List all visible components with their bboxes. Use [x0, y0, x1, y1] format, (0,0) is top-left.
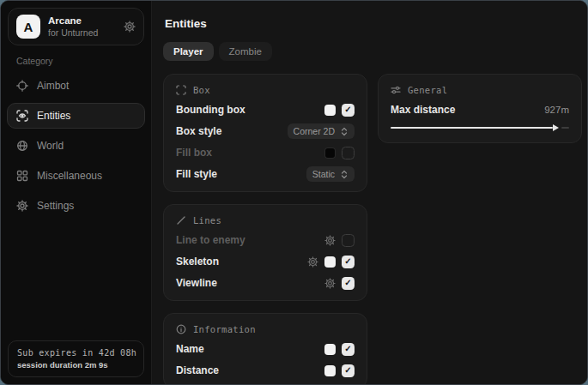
gear-icon[interactable]: [324, 235, 336, 246]
color-swatch[interactable]: [324, 365, 336, 376]
info-icon: [176, 324, 186, 334]
panel-general-header: General: [391, 85, 569, 95]
setting-label: Viewline: [176, 277, 217, 289]
panel-information: Information Name Distance: [163, 313, 367, 385]
sidebar-item-world[interactable]: World: [7, 133, 145, 159]
tab-bar: Player Zombie: [163, 42, 582, 61]
panel-lines: Lines Line to enemy: [163, 204, 367, 301]
brand-name: Arcane: [48, 15, 98, 27]
sidebar-item-aimbot[interactable]: Aimbot: [7, 73, 145, 99]
panel-box-header: Box: [176, 85, 355, 95]
sidebar-item-entities[interactable]: Entities: [7, 103, 145, 129]
session-duration-text: session duration 2m 9s: [17, 360, 135, 370]
setting-label: Skeleton: [176, 256, 219, 268]
tab-zombie[interactable]: Zombie: [219, 42, 272, 61]
grid-icon: [16, 170, 28, 182]
setting-label: Fill box: [176, 147, 212, 159]
setting-label: Fill style: [176, 168, 217, 180]
panel-title: General: [408, 85, 447, 95]
setting-label: Name: [176, 343, 204, 355]
sidebar-item-settings[interactable]: Settings: [7, 193, 145, 219]
sidebar: A Arcane for Unturned Category A: [1, 1, 152, 384]
color-swatch[interactable]: [324, 344, 336, 355]
gear-icon[interactable]: [124, 21, 136, 33]
gear-icon: [16, 200, 28, 212]
max-distance-value: 927m: [544, 105, 569, 115]
brand-card: A Arcane for Unturned: [8, 8, 144, 45]
chevrons-up-down-icon: [340, 170, 349, 179]
setting-label: Box style: [176, 125, 221, 137]
distance-checkbox[interactable]: [342, 364, 355, 377]
setting-label: Bounding box: [176, 104, 246, 116]
setting-row-fill-style: Fill style Static: [176, 167, 355, 181]
slider-fill: [391, 127, 553, 129]
globe-icon: [16, 140, 28, 152]
line-to-enemy-checkbox[interactable]: [342, 234, 355, 247]
setting-row-name: Name: [176, 342, 355, 356]
brand-text: Arcane for Unturned: [48, 15, 98, 39]
app-window: A Arcane for Unturned Category A: [0, 0, 588, 385]
setting-row-bounding-box: Bounding box: [176, 103, 355, 117]
slider-thumb-arrow[interactable]: [553, 124, 559, 131]
sub-expires-text: Sub expires in 42d 08h: [17, 348, 135, 358]
scan-eye-icon: [16, 110, 28, 122]
bounding-box-checkbox[interactable]: [342, 104, 355, 117]
panel-title: Information: [193, 324, 256, 334]
color-swatch[interactable]: [324, 256, 336, 268]
color-swatch[interactable]: [324, 105, 336, 116]
tab-player[interactable]: Player: [163, 42, 214, 61]
panel-title: Box: [193, 85, 210, 95]
gear-icon[interactable]: [307, 256, 318, 268]
setting-row-line-to-enemy: Line to enemy: [176, 233, 355, 247]
chevrons-up-down-icon: [340, 127, 349, 136]
setting-row-distance: Distance: [176, 364, 355, 377]
brand-subtitle: for Unturned: [48, 27, 98, 39]
fill-style-dropdown[interactable]: Static: [306, 166, 355, 182]
sidebar-item-label: World: [37, 140, 64, 152]
setting-row-box-style: Box style Corner 2D: [176, 124, 355, 138]
dropdown-value: Static: [312, 169, 335, 179]
panel-title: Lines: [193, 215, 221, 226]
fill-box-checkbox[interactable]: [342, 147, 355, 159]
sidebar-item-miscellaneous[interactable]: Miscellaneous: [7, 163, 145, 189]
tab-label: Player: [173, 46, 203, 57]
color-swatch[interactable]: [324, 147, 336, 159]
sidebar-item-label: Aimbot: [37, 80, 69, 92]
diagonal-line-icon: [176, 215, 186, 226]
scan-brackets-icon: [176, 85, 186, 95]
setting-row-viewline: Viewline: [176, 276, 355, 290]
category-label: Category: [16, 56, 151, 66]
tab-label: Zombie: [229, 46, 262, 57]
sidebar-item-label: Settings: [37, 200, 74, 212]
slider-track-rest: [561, 127, 569, 129]
sidebar-item-label: Miscellaneous: [37, 170, 102, 182]
sidebar-item-label: Entities: [37, 110, 70, 122]
gear-icon[interactable]: [324, 278, 336, 289]
brand-logo: A: [16, 15, 40, 39]
box-style-dropdown[interactable]: Corner 2D: [288, 123, 355, 139]
sidebar-nav: Aimbot Entities World: [1, 71, 151, 220]
setting-row-max-distance: Max distance 927m: [391, 103, 569, 117]
setting-label: Line to enemy: [176, 234, 246, 246]
sliders-icon: [391, 85, 401, 95]
max-distance-slider[interactable]: [391, 123, 569, 132]
panel-information-header: Information: [176, 324, 355, 334]
setting-label: Distance: [176, 364, 219, 376]
panel-box: Box Bounding box Box style Corne: [163, 74, 367, 192]
viewline-checkbox[interactable]: [342, 277, 355, 290]
page-title: Entities: [165, 17, 582, 30]
setting-row-fill-box: Fill box: [176, 146, 355, 159]
subscription-info-card: Sub expires in 42d 08h session duration …: [8, 340, 144, 377]
setting-row-skeleton: Skeleton: [176, 255, 355, 268]
setting-label: Max distance: [391, 104, 455, 116]
panel-general: General Max distance 927m: [378, 74, 582, 143]
crosshair-icon: [16, 80, 28, 92]
main-content: Entities Player Zombie Box: [152, 1, 588, 384]
skeleton-checkbox[interactable]: [342, 256, 355, 268]
dropdown-value: Corner 2D: [294, 126, 335, 136]
panel-lines-header: Lines: [176, 215, 355, 226]
name-checkbox[interactable]: [342, 343, 355, 356]
